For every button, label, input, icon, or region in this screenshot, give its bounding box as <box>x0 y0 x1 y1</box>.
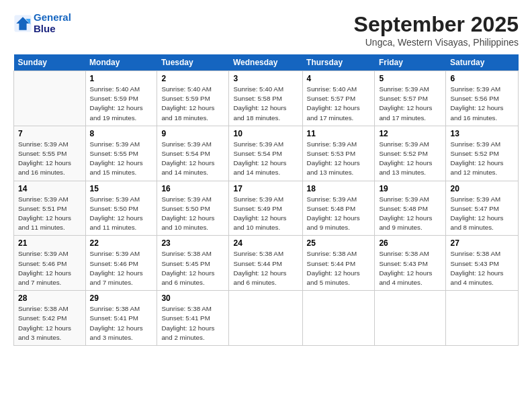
logo: General Blue <box>13 12 71 34</box>
col-friday: Friday <box>375 54 446 71</box>
day-number: 1 <box>90 74 153 83</box>
table-row: 4Sunrise: 5:40 AM Sunset: 5:57 PM Daylig… <box>302 71 375 126</box>
day-number: 8 <box>90 129 153 138</box>
calendar-week-row: 1Sunrise: 5:40 AM Sunset: 5:59 PM Daylig… <box>14 71 519 126</box>
day-number: 21 <box>18 238 81 248</box>
day-number: 13 <box>450 129 514 138</box>
day-info: Sunrise: 5:38 AM Sunset: 5:44 PM Dayligh… <box>307 249 371 287</box>
day-number: 2 <box>161 74 224 83</box>
table-row <box>375 291 446 346</box>
day-info: Sunrise: 5:39 AM Sunset: 5:48 PM Dayligh… <box>379 195 441 233</box>
day-info: Sunrise: 5:39 AM Sunset: 5:55 PM Dayligh… <box>18 140 81 178</box>
day-info: Sunrise: 5:39 AM Sunset: 5:53 PM Dayligh… <box>307 140 371 178</box>
location: Ungca, Western Visayas, Philippines <box>354 37 519 48</box>
day-info: Sunrise: 5:39 AM Sunset: 5:55 PM Dayligh… <box>90 140 153 178</box>
day-number: 16 <box>161 184 224 193</box>
calendar-table: Sunday Monday Tuesday Wednesday Thursday… <box>13 54 519 346</box>
table-row: 2Sunrise: 5:40 AM Sunset: 5:59 PM Daylig… <box>157 71 229 126</box>
day-info: Sunrise: 5:39 AM Sunset: 5:50 PM Dayligh… <box>90 195 153 233</box>
table-row: 8Sunrise: 5:39 AM Sunset: 5:55 PM Daylig… <box>85 126 157 181</box>
day-info: Sunrise: 5:38 AM Sunset: 5:44 PM Dayligh… <box>233 249 298 287</box>
day-number: 18 <box>307 184 371 193</box>
table-row <box>229 291 302 346</box>
day-number: 6 <box>450 74 514 83</box>
col-sunday: Sunday <box>14 54 86 71</box>
day-info: Sunrise: 5:40 AM Sunset: 5:58 PM Dayligh… <box>233 85 298 123</box>
table-row: 14Sunrise: 5:39 AM Sunset: 5:51 PM Dayli… <box>14 181 86 236</box>
col-saturday: Saturday <box>446 54 519 71</box>
table-row: 29Sunrise: 5:38 AM Sunset: 5:41 PM Dayli… <box>85 291 157 346</box>
day-number: 11 <box>307 129 371 138</box>
day-info: Sunrise: 5:39 AM Sunset: 5:49 PM Dayligh… <box>233 195 298 233</box>
table-row: 6Sunrise: 5:39 AM Sunset: 5:56 PM Daylig… <box>446 71 519 126</box>
day-info: Sunrise: 5:39 AM Sunset: 5:50 PM Dayligh… <box>161 195 224 233</box>
table-row: 27Sunrise: 5:38 AM Sunset: 5:43 PM Dayli… <box>446 236 519 291</box>
day-number: 19 <box>379 184 441 193</box>
day-number: 27 <box>450 238 514 248</box>
col-monday: Monday <box>85 54 157 71</box>
title-block: September 2025 Ungca, Western Visayas, P… <box>354 12 519 48</box>
table-row: 11Sunrise: 5:39 AM Sunset: 5:53 PM Dayli… <box>302 126 375 181</box>
day-info: Sunrise: 5:39 AM Sunset: 5:56 PM Dayligh… <box>450 85 514 123</box>
day-info: Sunrise: 5:40 AM Sunset: 5:57 PM Dayligh… <box>307 85 371 123</box>
logo-icon <box>13 14 32 33</box>
day-number: 20 <box>450 184 514 193</box>
table-row: 28Sunrise: 5:38 AM Sunset: 5:42 PM Dayli… <box>14 291 86 346</box>
day-info: Sunrise: 5:38 AM Sunset: 5:45 PM Dayligh… <box>161 249 224 287</box>
day-number: 22 <box>90 238 153 248</box>
table-row: 21Sunrise: 5:39 AM Sunset: 5:46 PM Dayli… <box>14 236 86 291</box>
table-row: 1Sunrise: 5:40 AM Sunset: 5:59 PM Daylig… <box>85 71 157 126</box>
day-number: 17 <box>233 184 298 193</box>
day-info: Sunrise: 5:39 AM Sunset: 5:46 PM Dayligh… <box>18 249 81 287</box>
day-number: 10 <box>233 129 298 138</box>
logo-line1: General <box>34 12 71 24</box>
day-info: Sunrise: 5:38 AM Sunset: 5:42 PM Dayligh… <box>18 304 81 342</box>
month-title: September 2025 <box>354 12 519 37</box>
day-info: Sunrise: 5:39 AM Sunset: 5:57 PM Dayligh… <box>379 85 441 123</box>
table-row: 26Sunrise: 5:38 AM Sunset: 5:43 PM Dayli… <box>375 236 446 291</box>
day-number: 30 <box>161 293 224 303</box>
day-info: Sunrise: 5:40 AM Sunset: 5:59 PM Dayligh… <box>161 85 224 123</box>
day-number: 25 <box>307 238 371 248</box>
table-row: 18Sunrise: 5:39 AM Sunset: 5:48 PM Dayli… <box>302 181 375 236</box>
calendar-week-row: 7Sunrise: 5:39 AM Sunset: 5:55 PM Daylig… <box>14 126 519 181</box>
table-row: 12Sunrise: 5:39 AM Sunset: 5:52 PM Dayli… <box>375 126 446 181</box>
day-info: Sunrise: 5:39 AM Sunset: 5:48 PM Dayligh… <box>307 195 371 233</box>
day-info: Sunrise: 5:38 AM Sunset: 5:41 PM Dayligh… <box>90 304 153 342</box>
day-number: 5 <box>379 74 441 83</box>
table-row <box>302 291 375 346</box>
day-info: Sunrise: 5:39 AM Sunset: 5:47 PM Dayligh… <box>450 195 514 233</box>
table-row: 17Sunrise: 5:39 AM Sunset: 5:49 PM Dayli… <box>229 181 302 236</box>
day-number: 24 <box>233 238 298 248</box>
table-row <box>446 291 519 346</box>
table-row: 16Sunrise: 5:39 AM Sunset: 5:50 PM Dayli… <box>157 181 229 236</box>
table-row: 20Sunrise: 5:39 AM Sunset: 5:47 PM Dayli… <box>446 181 519 236</box>
day-info: Sunrise: 5:38 AM Sunset: 5:43 PM Dayligh… <box>450 249 514 287</box>
day-info: Sunrise: 5:39 AM Sunset: 5:54 PM Dayligh… <box>233 140 298 178</box>
day-number: 3 <box>233 74 298 83</box>
day-number: 15 <box>90 184 153 193</box>
col-wednesday: Wednesday <box>229 54 302 71</box>
table-row: 5Sunrise: 5:39 AM Sunset: 5:57 PM Daylig… <box>375 71 446 126</box>
day-info: Sunrise: 5:39 AM Sunset: 5:51 PM Dayligh… <box>18 195 81 233</box>
day-number: 4 <box>307 74 371 83</box>
table-row: 15Sunrise: 5:39 AM Sunset: 5:50 PM Dayli… <box>85 181 157 236</box>
day-number: 14 <box>18 184 81 193</box>
day-number: 26 <box>379 238 441 248</box>
table-row: 3Sunrise: 5:40 AM Sunset: 5:58 PM Daylig… <box>229 71 302 126</box>
day-number: 29 <box>90 293 153 303</box>
col-thursday: Thursday <box>302 54 375 71</box>
day-number: 7 <box>18 129 81 138</box>
table-row: 13Sunrise: 5:39 AM Sunset: 5:52 PM Dayli… <box>446 126 519 181</box>
table-row: 19Sunrise: 5:39 AM Sunset: 5:48 PM Dayli… <box>375 181 446 236</box>
table-row <box>14 71 86 126</box>
col-tuesday: Tuesday <box>157 54 229 71</box>
day-number: 12 <box>379 129 441 138</box>
table-row: 7Sunrise: 5:39 AM Sunset: 5:55 PM Daylig… <box>14 126 86 181</box>
table-row: 9Sunrise: 5:39 AM Sunset: 5:54 PM Daylig… <box>157 126 229 181</box>
table-row: 24Sunrise: 5:38 AM Sunset: 5:44 PM Dayli… <box>229 236 302 291</box>
day-info: Sunrise: 5:39 AM Sunset: 5:54 PM Dayligh… <box>161 140 224 178</box>
table-row: 10Sunrise: 5:39 AM Sunset: 5:54 PM Dayli… <box>229 126 302 181</box>
day-info: Sunrise: 5:39 AM Sunset: 5:52 PM Dayligh… <box>379 140 441 178</box>
day-number: 23 <box>161 238 224 248</box>
